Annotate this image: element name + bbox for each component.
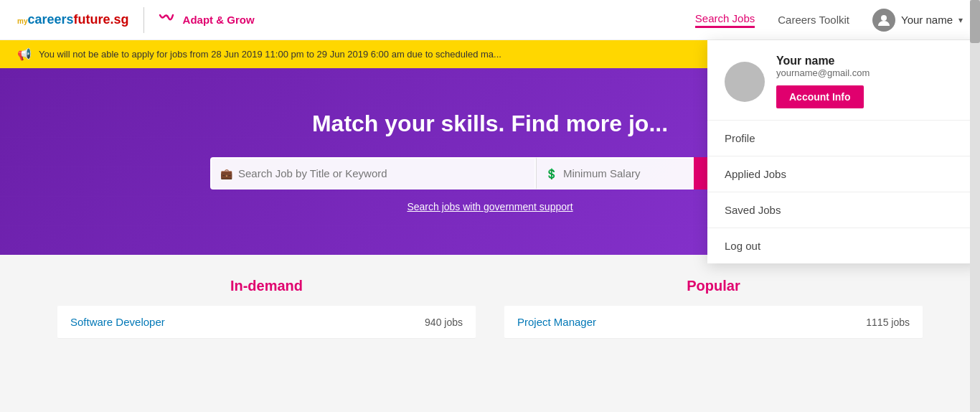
job-title: Software Developer [70,316,165,328]
job-count: 940 jobs [425,317,463,328]
adapt-grow-icon [159,12,174,28]
popular-title: Popular [504,278,923,294]
salary-input[interactable] [563,167,685,179]
table-row[interactable]: Project Manager 1115 jobs [504,306,923,339]
user-avatar-icon [872,9,895,32]
job-title: Project Manager [517,316,596,328]
dropdown-avatar [725,62,765,102]
logo-divider [143,7,144,33]
job-count: 1115 jobs [866,317,910,328]
popular-col: Popular Project Manager 1115 jobs [504,278,923,340]
sidebar-item-applied-jobs[interactable]: Applied Jobs [707,156,980,192]
logo-my: my [17,17,27,25]
alert-text: You will not be able to apply for jobs f… [39,49,501,60]
sidebar-item-saved-jobs[interactable]: Saved Jobs [707,192,980,228]
logo-sg: .sg [110,12,129,27]
govt-support-link[interactable]: Search jobs with government support [407,201,573,212]
search-input[interactable] [238,159,526,188]
hero-title: Match your skills. Find more jo... [312,111,668,137]
logo-future: future [74,12,110,27]
user-area[interactable]: Your name ▾ [872,9,963,32]
sidebar-item-logout[interactable]: Log out [707,228,980,263]
logo-careers: careers [27,12,73,27]
header: mycareersfuture.sg Adapt & Grow Search J… [0,0,980,40]
in-demand-col: In-demand Software Developer 940 jobs [57,278,476,340]
user-name-label: Your name [901,14,953,26]
scrollbar-thumb[interactable] [970,0,980,43]
chevron-down-icon: ▾ [958,15,963,25]
user-dropdown: Your name yourname@gmail.com Account Inf… [707,40,980,263]
logo-mycf: mycareersfuture.sg [17,12,129,27]
sidebar-item-profile[interactable]: Profile [707,121,980,156]
nav-right: Search Jobs Careers Toolkit Your name ▾ [695,9,963,32]
salary-input-wrap: 💲 [536,157,694,189]
search-input-wrap: 💼 [210,157,536,189]
dropdown-header: Your name yourname@gmail.com Account Inf… [707,40,980,121]
dropdown-user-info: Your name yourname@gmail.com Account Inf… [776,55,870,108]
logo-area: mycareersfuture.sg Adapt & Grow [17,7,255,33]
dropdown-username: Your name [776,55,870,67]
table-row[interactable]: Software Developer 940 jobs [57,306,476,339]
account-info-button[interactable]: Account Info [776,85,864,108]
dropdown-menu-items: Profile Applied Jobs Saved Jobs Log out [707,121,980,263]
svg-point-0 [881,15,887,21]
scrollbar[interactable] [970,0,980,363]
careers-toolkit-nav[interactable]: Careers Toolkit [778,14,849,26]
alert-icon: 📢 [17,47,32,61]
search-jobs-nav[interactable]: Search Jobs [695,12,755,28]
briefcase-icon: 💼 [220,168,232,179]
search-bar: 💼 💲 Search [210,157,770,189]
jobs-section: In-demand Software Developer 940 jobs Po… [0,255,980,363]
adapt-grow-label: Adapt & Grow [183,14,255,26]
dropdown-email: yourname@gmail.com [776,67,870,78]
in-demand-title: In-demand [57,278,476,294]
salary-icon: 💲 [545,168,557,179]
